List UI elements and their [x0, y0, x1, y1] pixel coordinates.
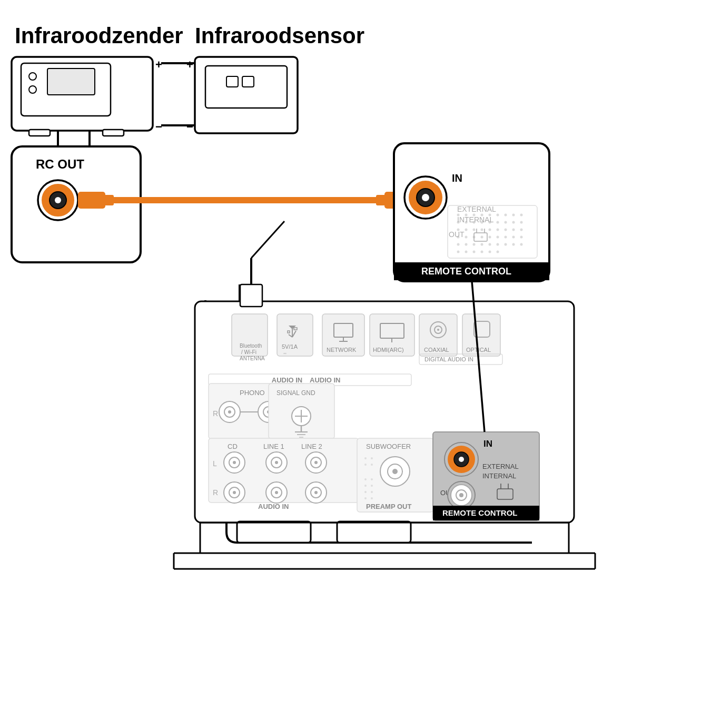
- svg-text:Infraroodsensor: Infraroodsensor: [195, 23, 364, 48]
- svg-text:RC OUT: RC OUT: [36, 157, 84, 171]
- svg-rect-104: [240, 284, 262, 307]
- svg-point-79: [489, 243, 491, 246]
- svg-text:AUDIO IN: AUDIO IN: [310, 376, 341, 384]
- svg-point-37: [422, 194, 429, 201]
- svg-point-202: [371, 491, 373, 493]
- svg-point-201: [364, 491, 367, 493]
- svg-text:−: −: [155, 120, 162, 133]
- svg-rect-102: [237, 522, 311, 543]
- svg-point-85: [465, 251, 468, 253]
- svg-point-78: [481, 243, 483, 246]
- svg-rect-6: [29, 130, 50, 136]
- svg-point-76: [465, 243, 468, 246]
- svg-point-84: [457, 251, 460, 253]
- svg-point-86: [473, 251, 476, 253]
- svg-text:R: R: [213, 488, 218, 497]
- svg-text:NETWORK: NETWORK: [327, 347, 357, 353]
- svg-rect-27: [78, 192, 105, 209]
- svg-text:+: +: [186, 58, 193, 71]
- svg-point-80: [497, 243, 499, 246]
- svg-point-53: [497, 221, 499, 224]
- svg-text:LINE 1: LINE 1: [263, 442, 284, 450]
- svg-point-59: [473, 229, 476, 231]
- svg-point-82: [512, 243, 515, 246]
- svg-point-26: [55, 197, 61, 203]
- svg-text:Infraroodzender: Infraroodzender: [15, 23, 183, 48]
- svg-point-197: [364, 478, 367, 480]
- svg-point-195: [364, 464, 367, 466]
- svg-point-58: [465, 229, 468, 231]
- svg-point-166: [233, 461, 236, 464]
- svg-rect-103: [337, 522, 411, 543]
- svg-point-45: [505, 214, 507, 217]
- svg-point-65: [520, 229, 523, 231]
- svg-text:Bluetooth: Bluetooth: [240, 343, 262, 349]
- svg-rect-29: [112, 197, 378, 203]
- svg-text:OUT: OUT: [449, 230, 465, 239]
- svg-point-83: [520, 243, 523, 246]
- svg-point-193: [364, 457, 367, 459]
- svg-point-64: [512, 229, 515, 231]
- svg-text:COAXIAL: COAXIAL: [424, 347, 449, 353]
- svg-point-204: [371, 497, 373, 499]
- svg-point-203: [364, 497, 367, 499]
- svg-point-60: [481, 229, 483, 231]
- svg-text:EXTERNAL: EXTERNAL: [457, 205, 496, 213]
- svg-point-184: [314, 491, 318, 494]
- svg-point-75: [457, 243, 460, 246]
- svg-point-149: [228, 410, 231, 414]
- svg-point-170: [275, 461, 278, 464]
- svg-text:INTERNAL: INTERNAL: [482, 472, 516, 480]
- svg-rect-7: [103, 130, 124, 136]
- diagram-container: Infraroodzender + − Infraroodsensor + −: [0, 0, 721, 728]
- svg-point-4: [29, 73, 36, 80]
- svg-text:L: L: [213, 459, 217, 468]
- svg-text:PREAMP OUT: PREAMP OUT: [366, 503, 411, 510]
- svg-point-217: [459, 493, 463, 497]
- svg-text:LINE 2: LINE 2: [301, 442, 322, 450]
- svg-point-200: [371, 485, 373, 487]
- svg-point-5: [29, 86, 36, 93]
- svg-text:⎓: ⎓: [283, 350, 287, 356]
- svg-line-106: [251, 221, 284, 258]
- svg-text:AUDIO IN: AUDIO IN: [272, 376, 303, 384]
- svg-point-44: [497, 214, 499, 217]
- svg-point-69: [481, 236, 483, 239]
- svg-point-67: [465, 236, 468, 239]
- svg-point-194: [371, 457, 373, 459]
- svg-text:PHONO: PHONO: [240, 389, 265, 397]
- svg-point-87: [481, 251, 483, 253]
- svg-text:AUDIO IN: AUDIO IN: [258, 503, 289, 510]
- svg-point-62: [497, 229, 499, 231]
- svg-text:IN: IN: [452, 172, 462, 184]
- svg-text:IN: IN: [483, 439, 492, 449]
- svg-point-71: [497, 236, 499, 239]
- svg-point-74: [520, 236, 523, 239]
- svg-point-181: [275, 491, 278, 494]
- svg-point-55: [512, 221, 515, 224]
- main-diagram-svg: Infraroodzender + − Infraroodsensor + −: [0, 0, 721, 728]
- svg-text:ANTENNA: ANTENNA: [240, 356, 265, 361]
- svg-point-88: [489, 251, 491, 253]
- svg-text:REMOTE CONTROL: REMOTE CONTROL: [421, 266, 511, 277]
- svg-text:SUBWOOFER: SUBWOOFER: [366, 442, 411, 450]
- svg-text:HDMI(ARC): HDMI(ARC): [373, 347, 404, 353]
- svg-text:REMOTE CONTROL: REMOTE CONTROL: [442, 508, 518, 517]
- svg-rect-16: [242, 76, 254, 87]
- svg-text:CD: CD: [228, 442, 238, 450]
- svg-point-56: [520, 221, 523, 224]
- svg-point-73: [512, 236, 515, 239]
- svg-text:/ Wi-Fi: / Wi-Fi: [241, 349, 256, 355]
- svg-point-198: [371, 478, 373, 480]
- svg-text:INTERNAL: INTERNAL: [457, 215, 493, 224]
- svg-point-199: [364, 485, 367, 487]
- svg-rect-111: [277, 314, 313, 356]
- svg-point-47: [520, 214, 523, 217]
- svg-point-89: [497, 251, 499, 253]
- svg-point-70: [489, 236, 491, 239]
- svg-text:R: R: [213, 409, 218, 418]
- svg-point-210: [459, 457, 464, 462]
- svg-text:−: −: [186, 120, 193, 133]
- svg-point-174: [314, 461, 318, 464]
- svg-point-131: [437, 329, 439, 331]
